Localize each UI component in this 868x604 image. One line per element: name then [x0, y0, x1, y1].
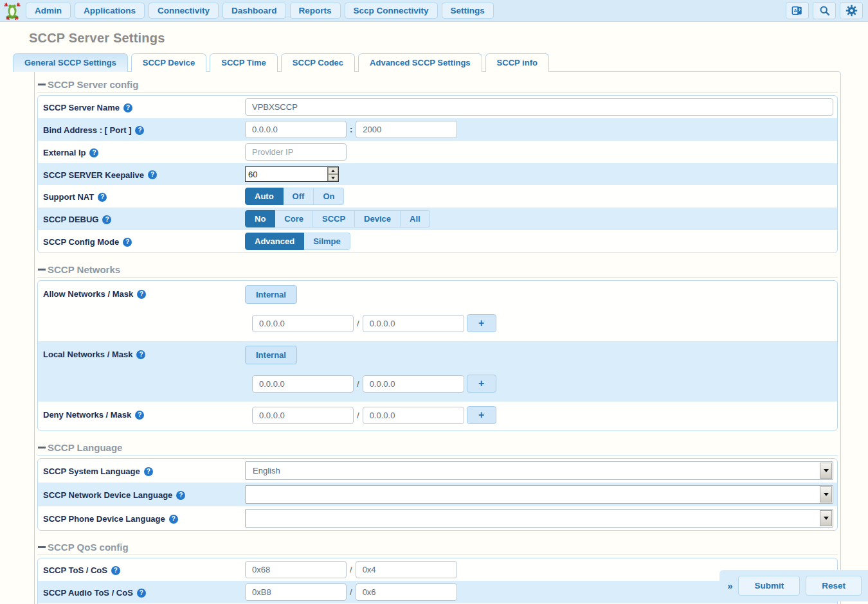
chevron-down-icon[interactable] — [820, 463, 832, 479]
network-device-language-select[interactable] — [245, 485, 833, 504]
language-icon[interactable]: A — [786, 2, 809, 19]
help-icon[interactable]: ? — [136, 350, 145, 359]
field-control: English — [245, 461, 833, 480]
collapse-chevrons-icon[interactable]: » — [727, 580, 732, 591]
audio-tos-input[interactable] — [245, 583, 347, 601]
field-label: Support NAT ? — [43, 191, 245, 202]
label-text: SCCP Config Mode — [43, 237, 119, 247]
keepalive-stepper[interactable] — [245, 166, 339, 182]
logo-frog-icon[interactable] — [3, 1, 22, 21]
help-icon[interactable]: ? — [144, 467, 153, 476]
spin-down-icon[interactable] — [328, 174, 338, 181]
debug-all-button[interactable]: All — [401, 210, 430, 227]
spin-up-icon[interactable] — [328, 167, 338, 174]
help-icon[interactable]: ? — [135, 126, 144, 135]
config-mode-toggle-group: Advanced Silmpe — [245, 233, 350, 250]
help-icon[interactable]: ? — [111, 566, 120, 575]
deny-network-input[interactable] — [252, 407, 354, 424]
label-text: SCCP Network Device Language — [43, 490, 172, 500]
row-network-device-language: SCCP Network Device Language ? — [38, 483, 837, 506]
chevron-down-icon[interactable] — [820, 510, 832, 526]
help-icon[interactable]: ? — [137, 589, 146, 598]
label-text: External Ip — [43, 148, 86, 157]
nav-item-connectivity[interactable]: Connectivity — [149, 3, 219, 19]
bind-address-input[interactable] — [245, 121, 347, 138]
server-name-input[interactable] — [245, 98, 833, 116]
nat-on-button[interactable]: On — [314, 188, 344, 205]
local-mask-input[interactable] — [363, 375, 464, 393]
svg-text:A: A — [794, 8, 797, 13]
help-icon[interactable]: ? — [137, 290, 146, 299]
external-ip-input[interactable] — [245, 143, 347, 161]
audio-cos-input[interactable] — [356, 583, 457, 601]
debug-sccp-button[interactable]: SCCP — [313, 210, 355, 227]
debug-core-button[interactable]: Core — [275, 210, 313, 227]
collapse-minus-icon[interactable] — [38, 546, 46, 548]
collapse-minus-icon[interactable] — [38, 447, 46, 449]
allow-add-button[interactable]: + — [467, 314, 496, 332]
allow-internal-button[interactable]: Internal — [245, 285, 297, 304]
help-icon[interactable]: ? — [102, 215, 111, 224]
deny-mask-input[interactable] — [363, 407, 464, 424]
tab-sccp-codec[interactable]: SCCP Codec — [281, 53, 355, 72]
nav-item-admin[interactable]: Admin — [26, 3, 71, 19]
help-icon[interactable]: ? — [135, 411, 144, 420]
section-title: SCCP Server config — [48, 79, 138, 90]
row-local-networks: Local Networks / Mask ? Internal / + — [38, 341, 837, 402]
phone-device-language-select[interactable] — [245, 509, 833, 528]
nav-item-sccp-connectivity[interactable]: Sccp Connectivity — [345, 3, 438, 19]
tab-general-sccp-settings[interactable]: General SCCP Settings — [13, 53, 128, 72]
nav-item-reports[interactable]: Reports — [290, 3, 341, 19]
debug-device-button[interactable]: Device — [355, 210, 401, 227]
allow-mask-input[interactable] — [363, 315, 464, 332]
local-internal-button[interactable]: Internal — [245, 346, 297, 364]
row-external-ip: External Ip ? — [38, 141, 837, 163]
submit-button[interactable]: Submit — [738, 576, 800, 596]
local-add-button[interactable]: + — [467, 375, 496, 393]
tab-advanced-sccp-settings[interactable]: Advanced SCCP Settings — [358, 53, 482, 72]
nav-item-settings[interactable]: Settings — [442, 3, 494, 19]
help-icon[interactable]: ? — [89, 148, 98, 157]
tab-sccp-time[interactable]: SCCP Time — [210, 53, 278, 72]
help-icon[interactable]: ? — [123, 103, 132, 112]
keepalive-input[interactable] — [246, 167, 327, 181]
help-icon[interactable]: ? — [148, 170, 157, 179]
field-label: SCCP DEBUG ? — [43, 213, 245, 224]
field-control — [245, 98, 833, 116]
chevron-down-icon[interactable] — [820, 486, 832, 502]
cos-input[interactable] — [356, 561, 457, 578]
mode-advanced-button[interactable]: Advanced — [245, 233, 304, 250]
debug-no-button[interactable]: No — [245, 210, 275, 227]
help-icon[interactable]: ? — [169, 515, 178, 524]
tos-input[interactable] — [245, 561, 347, 578]
local-networks-stack: Internal / + — [245, 346, 496, 393]
field-control: : — [245, 121, 832, 138]
field-label: SCCP Network Device Language ? — [43, 489, 245, 500]
deny-add-button[interactable]: + — [467, 406, 496, 424]
help-icon[interactable]: ? — [98, 193, 107, 202]
nav-item-applications[interactable]: Applications — [75, 3, 145, 19]
nat-auto-button[interactable]: Auto — [245, 188, 284, 205]
help-icon[interactable]: ? — [123, 238, 132, 247]
local-network-input[interactable] — [252, 375, 354, 393]
label-text: Bind Address : [ Port ] — [43, 125, 131, 135]
nat-off-button[interactable]: Off — [284, 188, 314, 205]
field-control: Internal / + — [245, 285, 832, 332]
field-label: SCCP System Language ? — [43, 465, 245, 476]
tab-sccp-info[interactable]: SCCP info — [485, 53, 549, 72]
allow-network-input[interactable] — [252, 315, 354, 332]
bind-port-separator: : — [350, 125, 352, 134]
help-icon[interactable]: ? — [176, 491, 185, 500]
reset-button[interactable]: Reset — [806, 576, 862, 596]
mode-simple-button[interactable]: Silmpe — [304, 233, 350, 250]
collapse-minus-icon[interactable] — [38, 269, 46, 271]
collapse-minus-icon[interactable] — [38, 84, 46, 85]
nav-item-dashboard[interactable]: Dashboard — [222, 3, 286, 19]
search-icon[interactable] — [813, 2, 836, 19]
bind-port-input[interactable] — [356, 121, 457, 138]
network-mask-separator: / — [357, 379, 359, 389]
gear-icon[interactable] — [840, 2, 863, 19]
keepalive-spin-buttons — [327, 167, 338, 181]
tab-sccp-device[interactable]: SCCP Device — [131, 53, 206, 72]
system-language-select[interactable]: English — [245, 461, 833, 480]
